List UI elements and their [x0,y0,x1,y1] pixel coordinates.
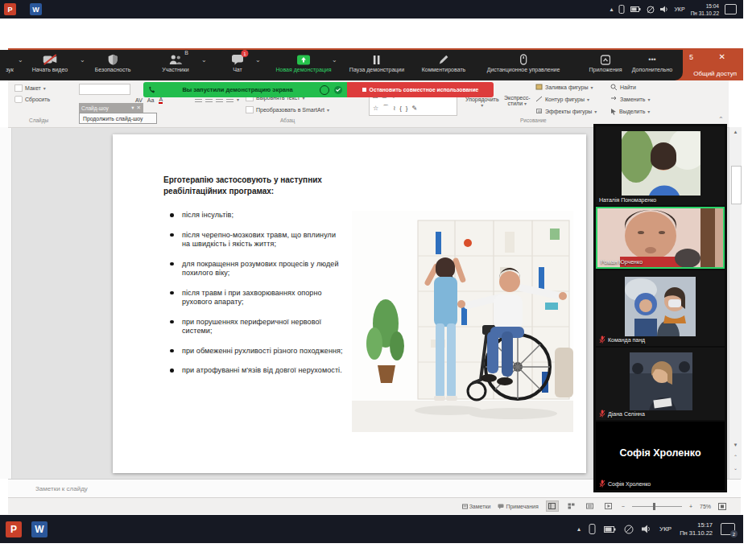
pause-share-button[interactable]: Пауза демонстрации [349,53,404,72]
language-indicator[interactable]: УКР [674,6,684,12]
shape-effects-button[interactable]: Эффекты фигуры▾ [535,108,597,114]
quick-styles-button[interactable]: Экспресс- стили ▾ [504,95,531,106]
action-center-icon[interactable]: 2 [721,523,735,535]
slide-thumbnails-pane[interactable] [0,127,12,479]
shape-icon[interactable]: ✎ [412,103,418,114]
reset-button[interactable]: Сбросить [14,96,50,103]
apps-button[interactable]: Приложения [589,53,622,72]
zoom-out-button[interactable]: − [622,504,625,509]
new-share-button[interactable]: Новая демонстрация [276,53,332,72]
resume-slideshow-button[interactable]: Продолжить слайд-шоу [79,113,157,124]
toolbar-mute-partial[interactable]: зук [6,53,14,72]
zoom-slider-knob[interactable] [653,503,655,510]
align-center-icon[interactable] [205,97,213,102]
shape-icon[interactable]: ≀ [393,103,395,114]
scrollbar-thumb[interactable] [731,166,742,204]
scroll-down-icon[interactable]: ▼ [729,443,742,447]
participant-tile[interactable]: Діана Селінна [596,348,725,420]
notes-placeholder[interactable]: Заметки к слайду [35,485,88,492]
shape-fill-button[interactable]: Заливка фигуры▾ [535,84,593,90]
clock[interactable]: 15:17 Пн 31.10.22 [680,521,713,537]
next-slide-icon[interactable]: ⌄ [729,465,742,471]
zoom-in-button[interactable]: + [689,504,692,509]
battery-icon[interactable] [604,526,616,533]
action-center-icon[interactable] [725,4,737,14]
close-icon[interactable]: ✕ [719,52,725,61]
bullet-item[interactable]: після черепно-мозкових травм, що вплинул… [182,231,343,249]
clock[interactable]: 15:04 Пн 31.10.22 [691,2,719,17]
speaker-icon[interactable] [642,525,651,533]
speaker-icon[interactable] [660,6,668,13]
powerpoint-taskbar-icon[interactable]: P [6,521,22,537]
phone-icon[interactable] [618,5,625,14]
battery-icon[interactable] [630,6,641,12]
remote-control-button[interactable]: Дистанционное управление [487,53,560,72]
slideshow-view-button[interactable] [603,501,614,511]
slide-title[interactable]: Ерготерапію застосовують у наступних реа… [163,175,350,196]
zoom-slider[interactable] [632,506,682,507]
bullet-item[interactable]: при атрофуванні м'язів від довгої нерухо… [182,366,343,376]
find-button[interactable]: Найти [610,84,636,91]
bullet-item[interactable]: після травм і при захворюваннях опорно р… [182,289,343,307]
word-taskbar-icon[interactable]: W [31,521,48,537]
slide-sorter-view-button[interactable] [566,501,577,511]
chevron-down-icon[interactable]: ▾ [131,105,134,111]
font-name-box[interactable] [79,84,130,95]
select-button[interactable]: Выделить▾ [610,108,650,115]
replace-button[interactable]: Заменить▾ [610,96,650,102]
layout-button[interactable]: Макет▾ [14,84,46,92]
paragraph-align-buttons[interactable]: ▾ [195,97,239,102]
align-left-icon[interactable] [195,97,202,102]
language-indicator[interactable]: УКР [659,525,672,533]
normal-view-button[interactable] [546,500,559,512]
fit-to-window-icon[interactable] [718,503,726,510]
shape-icon[interactable]: { [399,103,402,114]
zoom-level[interactable]: 75% [700,504,711,509]
smartart-button[interactable]: Преобразовать в SmartArt▾ [246,106,329,113]
previous-slide-icon[interactable]: ⌃ [729,454,742,459]
participant-tile[interactable]: Наталія Пономаренко [596,126,725,205]
more-button[interactable]: ••• Дополнительно [632,53,672,72]
shape-icon[interactable]: } [406,103,408,114]
powerpoint-taskbar-icon[interactable]: P [4,3,16,15]
ppt-share-button[interactable]: Общий доступ [693,70,737,77]
start-video-button[interactable]: Начать видео [32,53,68,72]
bullet-item[interactable]: при порушеннях периферичної нервової сис… [182,318,343,336]
bullet-item[interactable]: для покращення розумових процесів у люде… [182,260,343,278]
word-taskbar-icon[interactable]: W [30,3,42,15]
participant-tile[interactable]: Команда панд [596,270,725,346]
align-right-icon[interactable] [216,97,223,102]
network-icon[interactable] [647,6,655,14]
slideshow-toolbar-header[interactable]: Слайд-шоу ▾ ✕ [79,103,143,113]
participants-button[interactable]: B Участники [162,53,188,72]
slide-image-therapy[interactable] [352,211,573,432]
chat-button[interactable]: 1 Чат [232,53,244,72]
shield-check-icon[interactable] [334,86,342,94]
reading-view-button[interactable] [585,501,596,511]
participant-tile-camera-off[interactable]: Софія Хроленко Софія Хроленко [596,422,725,490]
annotate-button[interactable]: Комментировать [422,53,466,72]
chevron-down-icon[interactable]: ⌄ [80,56,85,64]
slide-bullet-list[interactable]: після інсультів; після черепно-мозкових … [182,211,343,386]
participant-tile-active-speaker[interactable]: Роман Юрченко [596,207,725,269]
tray-expand-icon[interactable]: ▴ [577,525,581,533]
bullet-item[interactable]: при обмеженні рухливості різного походже… [182,347,343,356]
shape-outline-button[interactable]: Контур фигуры▾ [535,96,589,102]
chevron-down-icon[interactable]: ⌄ [332,56,337,64]
tray-expand-icon[interactable]: ▴ [610,6,613,13]
sharing-info-icon[interactable] [320,85,329,95]
chevron-down-icon[interactable]: ⌄ [201,56,207,64]
bullet-item[interactable]: після інсультів; [182,211,343,220]
notes-toggle[interactable]: Заметки [462,504,491,509]
align-justify-icon[interactable] [226,97,233,102]
arrange-button[interactable]: Упорядочить▾ [465,97,499,108]
close-icon[interactable]: ✕ [137,105,141,111]
shape-icon[interactable]: ☆ [373,103,378,114]
shape-icon[interactable]: ⌒ [382,103,389,114]
scroll-up-icon[interactable]: ▲ [729,130,742,134]
stop-share-button[interactable]: Остановить совместное использование [347,82,494,97]
security-button[interactable]: Безопасность [95,53,131,72]
document-scrollbar[interactable]: ▲ ▼ ⌃ ⌄ [729,127,742,479]
comments-toggle[interactable]: Примечания [498,504,538,509]
slide-canvas[interactable]: Ерготерапію застосовують у наступних реа… [113,134,586,473]
